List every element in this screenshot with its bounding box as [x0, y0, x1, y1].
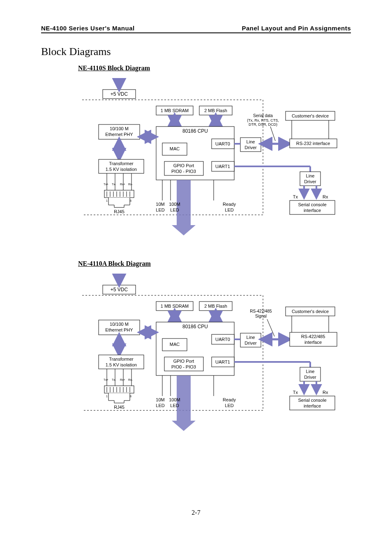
uart1-label: UART1 [215, 164, 230, 169]
svg-line-79 [267, 319, 274, 336]
rj45-label: RJ45 [114, 209, 125, 214]
cpu-label: 80186 CPU [182, 324, 208, 329]
phy-label-1: 10/100 M [110, 322, 129, 327]
uart0-label: UART0 [215, 337, 230, 342]
block-diagram-1: +5 VDC 1 MB SDRAM 2 MB Flash 80186 CPU M… [78, 271, 351, 435]
linedrv1-l1: Line [306, 369, 315, 374]
rxm-label: Rx- [128, 378, 133, 381]
sdram-label: 1 MB SDRAM [161, 304, 189, 309]
gpio-label-2: PIO0 - PIO3 [171, 364, 196, 369]
txm-label: Tx- [112, 183, 116, 186]
linedrv1-l2: Driver [304, 179, 316, 184]
gpio-label-1: GPIO Port [173, 163, 194, 168]
signal-l3: DTR, DSR, DCD) [249, 122, 277, 127]
tx-label: Tx [293, 390, 298, 395]
power-label: +5 VDC [111, 287, 128, 292]
phy-label-2: Ethernet PHY [105, 327, 133, 332]
pin8-label: 8 [130, 199, 131, 202]
header-right: Panel Layout and Pin Assignments [242, 25, 351, 32]
svg-rect-19 [104, 190, 134, 198]
customer-device-label: Customer's device [292, 309, 329, 314]
uart1-label: UART1 [215, 359, 230, 364]
led100-sub: LED [170, 403, 179, 408]
linedrv0-l1: Line [247, 139, 255, 144]
phy-label-2: Ethernet PHY [105, 132, 133, 137]
interface-label: RS-232 interface [296, 141, 330, 146]
serial-console-l1: Serial console [298, 202, 326, 207]
interface-label-2: interface [304, 340, 322, 345]
linedrv0-l2: Driver [244, 341, 257, 345]
header-left: NE-4100 Series User's Manual [41, 25, 135, 32]
signal-l1: Serial data [253, 113, 273, 118]
block-diagram-0: +5 VDC 1 MB SDRAM 2 MB Flash 80186 CPU M… [78, 75, 351, 240]
pin8-label: 8 [130, 395, 131, 398]
linedrv0-l1: Line [247, 335, 255, 340]
rxp-label: Rx+ [120, 378, 125, 381]
customer-device-label: Customer's device [292, 113, 329, 118]
txp-label: Tx+ [104, 378, 108, 381]
mac-label: MAC [170, 146, 180, 151]
tx-label: Tx [293, 194, 298, 199]
ready-label-2: LED [225, 207, 233, 212]
xfmr-label-2: 1.5 KV isolation [106, 167, 137, 172]
txp-label: Tx+ [104, 183, 108, 186]
diagram-title-1: NE-4110A Block Diagram [78, 260, 351, 267]
diagram-title-0: NE-4110S Block Diagram [78, 64, 351, 72]
serial-console-l2: interface [304, 403, 321, 408]
linedrv1-l1: Line [306, 173, 315, 178]
ready-label-2: LED [225, 403, 233, 408]
linedrv1-l2: Driver [304, 375, 316, 380]
led10-label: 10M [156, 202, 164, 207]
interface-label-1: RS-422/485 [301, 334, 325, 339]
linedrv0-l2: Driver [244, 145, 257, 150]
gpio-label-2: PIO0 - PIO3 [171, 169, 196, 174]
pin1-label: 1 [106, 199, 108, 202]
section-title: Block Diagrams [41, 46, 351, 58]
led10-sub: LED [156, 207, 164, 212]
cpu-label: 80186 CPU [182, 128, 208, 134]
ready-label-1: Ready [223, 397, 236, 402]
signal-l1: RS-422/485 [250, 309, 272, 313]
rxp-label: Rx+ [120, 183, 125, 186]
svg-line-34 [270, 127, 275, 141]
mac-label: MAC [170, 342, 180, 347]
led10-label: 10M [156, 397, 164, 402]
serial-console-l2: interface [304, 208, 321, 213]
signal-l2: Signal [255, 314, 267, 318]
rxm-label: Rx- [128, 183, 133, 186]
gpio-label-1: GPIO Port [173, 359, 194, 364]
rj45-label: RJ45 [114, 405, 125, 410]
svg-rect-64 [104, 386, 134, 393]
xfmr-label-1: Transformer [109, 161, 134, 166]
xfmr-label-2: 1.5 KV isolation [106, 362, 137, 367]
power-label: +5 VDC [111, 91, 128, 97]
led100-sub: LED [170, 207, 179, 212]
txm-label: Tx- [112, 378, 116, 381]
page-number: 2-7 [41, 509, 351, 516]
signal-l2: (Tx, Rx, RTS, CTS, [247, 118, 279, 122]
rx-label: Rx [323, 194, 328, 199]
xfmr-label-1: Transformer [109, 357, 134, 362]
ready-label-1: Ready [223, 202, 236, 207]
sdram-label: 1 MB SDRAM [161, 108, 189, 113]
phy-label-1: 10/100 M [110, 126, 129, 131]
uart0-label: UART0 [215, 141, 230, 146]
flash-label: 2 MB Flash [204, 304, 227, 309]
led100-label: 100M [169, 202, 180, 207]
pin1-label: 1 [106, 395, 108, 398]
led10-sub: LED [156, 403, 164, 408]
led100-label: 100M [169, 397, 180, 402]
serial-console-l1: Serial console [298, 398, 326, 403]
flash-label: 2 MB Flash [204, 108, 227, 113]
rx-label: Rx [323, 390, 328, 395]
